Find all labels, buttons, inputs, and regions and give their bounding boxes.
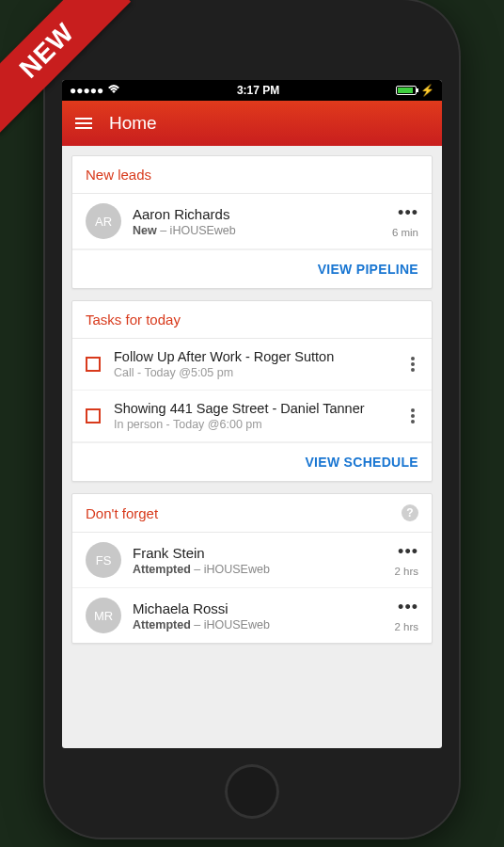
- kebab-icon[interactable]: [407, 405, 418, 427]
- lead-sub: New – iHOUSEweb: [133, 224, 381, 237]
- dont-forget-header: Don't forget ?: [72, 494, 432, 533]
- menu-icon[interactable]: [75, 118, 92, 129]
- help-icon[interactable]: ?: [402, 504, 418, 521]
- avatar: AR: [86, 203, 121, 239]
- dont-forget-title: Don't forget: [86, 505, 158, 521]
- tasks-card: Tasks for today Follow Up After Work - R…: [71, 300, 433, 482]
- more-icon[interactable]: •••: [398, 204, 418, 221]
- forget-item[interactable]: MR Michaela Rossi Attempted – iHOUSEweb …: [72, 588, 432, 643]
- home-content: New leads AR Aaron Richards New – iHOUSE…: [62, 146, 442, 748]
- signal-icon: ●●●●●: [70, 84, 103, 97]
- task-checkbox[interactable]: [86, 408, 101, 424]
- tasks-title: Tasks for today: [86, 312, 181, 328]
- tasks-header: Tasks for today: [72, 301, 432, 339]
- dont-forget-card: Don't forget ? FS Frank Stein Attempted …: [71, 493, 433, 644]
- app-header: Home: [62, 101, 442, 146]
- avatar: FS: [86, 542, 121, 578]
- statusbar-time: 3:17 PM: [237, 84, 279, 97]
- lead-time: 6 min: [392, 227, 418, 238]
- view-schedule-button[interactable]: VIEW SCHEDULE: [72, 442, 432, 481]
- avatar: MR: [86, 598, 121, 633]
- status-bar: ●●●●● 3:17 PM ⚡: [62, 80, 442, 101]
- lead-item[interactable]: AR Aaron Richards New – iHOUSEweb ••• 6 …: [72, 194, 432, 249]
- task-title: Showing 441 Sage Street - Daniel Tanner: [114, 401, 394, 416]
- forget-sub: Attempted – iHOUSEweb: [133, 563, 383, 576]
- task-title: Follow Up After Work - Roger Sutton: [114, 349, 394, 364]
- forget-item[interactable]: FS Frank Stein Attempted – iHOUSEweb •••…: [72, 533, 432, 588]
- task-item[interactable]: Showing 441 Sage Street - Daniel Tanner …: [72, 391, 432, 442]
- charging-icon: ⚡: [420, 84, 434, 97]
- new-leads-title: New leads: [86, 167, 151, 183]
- task-item[interactable]: Follow Up After Work - Roger Sutton Call…: [72, 339, 432, 391]
- forget-sub: Attempted – iHOUSEweb: [133, 618, 383, 631]
- home-button[interactable]: [225, 764, 279, 819]
- forget-name: Michaela Rossi: [133, 600, 383, 616]
- wifi-icon: [107, 84, 120, 97]
- screen: ●●●●● 3:17 PM ⚡ Home New leads: [62, 80, 442, 748]
- task-sub: Call - Today @5:05 pm: [114, 366, 394, 379]
- battery-icon: [396, 86, 417, 95]
- new-leads-header: New leads: [72, 156, 432, 194]
- forget-time: 2 hrs: [394, 621, 418, 632]
- task-checkbox[interactable]: [86, 357, 101, 372]
- view-pipeline-button[interactable]: VIEW PIPELINE: [72, 249, 432, 288]
- phone-frame: ●●●●● 3:17 PM ⚡ Home New leads: [45, 0, 459, 838]
- kebab-icon[interactable]: [407, 353, 418, 376]
- more-icon[interactable]: •••: [398, 543, 418, 560]
- page-title: Home: [109, 113, 157, 134]
- forget-time: 2 hrs: [394, 566, 418, 577]
- new-leads-card: New leads AR Aaron Richards New – iHOUSE…: [71, 155, 433, 289]
- task-sub: In person - Today @6:00 pm: [114, 418, 394, 431]
- lead-name: Aaron Richards: [133, 206, 381, 222]
- more-icon[interactable]: •••: [398, 599, 418, 615]
- forget-name: Frank Stein: [133, 545, 383, 561]
